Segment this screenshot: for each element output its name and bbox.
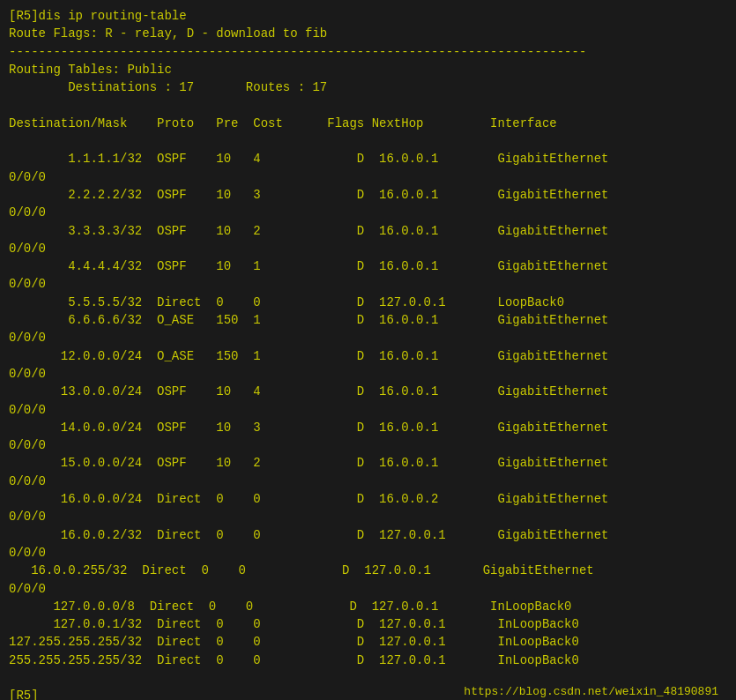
- terminal-line: 12.0.0.0/24 O_ASE 150 1 D 16.0.0.1 Gigab…: [9, 347, 727, 365]
- terminal-line: 0/0/0: [9, 240, 727, 257]
- terminal-line: [9, 132, 727, 150]
- terminal-line: 14.0.0.0/24 OSPF 10 3 D 16.0.0.1 Gigabit…: [9, 419, 727, 436]
- terminal-line: Destinations : 17 Routes : 17: [9, 78, 727, 96]
- terminal-line: [R5]dis ip routing-table: [9, 7, 727, 25]
- terminal-line: 16.0.0.2/32 Direct 0 0 D 127.0.0.1 Gigab…: [9, 526, 727, 544]
- terminal-line: 0/0/0: [9, 329, 727, 346]
- terminal-line: [9, 96, 727, 114]
- terminal-line: 0/0/0: [9, 580, 727, 598]
- terminal-line: 0/0/0: [9, 436, 727, 454]
- terminal-line: Route Flags: R - relay, D - download to …: [9, 25, 727, 42]
- terminal-line: 16.0.0.255/32 Direct 0 0 D 127.0.0.1 Gig…: [9, 562, 727, 579]
- terminal-line: 127.0.0.1/32 Direct 0 0 D 127.0.0.1 InLo…: [9, 615, 727, 633]
- terminal-line: 2.2.2.2/32 OSPF 10 3 D 16.0.0.1 GigabitE…: [9, 186, 727, 204]
- terminal-line: 0/0/0: [9, 508, 727, 525]
- terminal-line: 0/0/0: [9, 544, 727, 562]
- terminal-line: 1.1.1.1/32 OSPF 10 4 D 16.0.0.1 GigabitE…: [9, 150, 727, 168]
- output-lines: [R5]dis ip routing-tableRoute Flags: R -…: [9, 7, 727, 700]
- terminal-line: 0/0/0: [9, 401, 727, 419]
- terminal-line: 13.0.0.0/24 OSPF 10 4 D 16.0.0.1 Gigabit…: [9, 383, 727, 400]
- terminal-line: 5.5.5.5/32 Direct 0 0 D 127.0.0.1 LoopBa…: [9, 294, 727, 311]
- terminal-line: 4.4.4.4/32 OSPF 10 1 D 16.0.0.1 GigabitE…: [9, 257, 727, 275]
- terminal-line: 0/0/0: [9, 365, 727, 383]
- terminal-line: 0/0/0: [9, 473, 727, 490]
- terminal-line: 0/0/0: [9, 168, 727, 186]
- terminal-line: 15.0.0.0/24 OSPF 10 2 D 16.0.0.1 Gigabit…: [9, 454, 727, 472]
- terminal-line: 0/0/0: [9, 275, 727, 293]
- terminal-line: Routing Tables: Public: [9, 61, 727, 78]
- terminal-line: 6.6.6.6/32 O_ASE 150 1 D 16.0.0.1 Gigabi…: [9, 311, 727, 329]
- terminal-line: 0/0/0: [9, 204, 727, 221]
- terminal-line: Destination/Mask Proto Pre Cost Flags Ne…: [9, 115, 727, 132]
- watermark: https://blog.csdn.net/weixin_48190891: [464, 685, 718, 698]
- terminal-line: 16.0.0.0/24 Direct 0 0 D 16.0.0.2 Gigabi…: [9, 490, 727, 508]
- terminal-window: [R5]dis ip routing-tableRoute Flags: R -…: [9, 7, 727, 700]
- terminal-line: 127.255.255.255/32 Direct 0 0 D 127.0.0.…: [9, 633, 727, 651]
- terminal-line: ----------------------------------------…: [9, 43, 727, 61]
- terminal-line: 127.0.0.0/8 Direct 0 0 D 127.0.0.1 InLoo…: [9, 598, 727, 615]
- terminal-line: 255.255.255.255/32 Direct 0 0 D 127.0.0.…: [9, 652, 727, 669]
- terminal-line: 3.3.3.3/32 OSPF 10 2 D 16.0.0.1 GigabitE…: [9, 222, 727, 240]
